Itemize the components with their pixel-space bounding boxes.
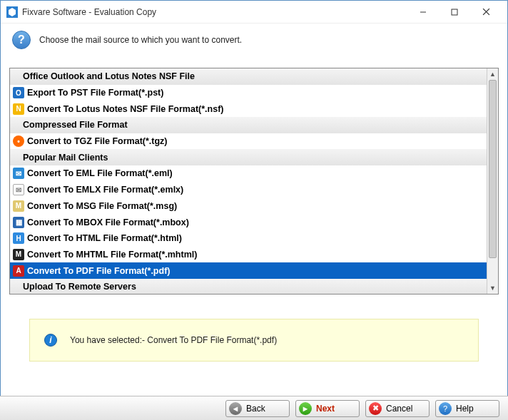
help-label: Help [456,404,474,414]
list-item[interactable]: •Convert to TGZ File Format(*.tgz) [10,133,487,150]
list-item-label: Convert To PDF File Format(*.pdf) [27,266,170,276]
list-item[interactable]: ✉Convert To EMLX File Format(*.emlx) [10,182,487,198]
scrollbar[interactable]: ▲ ▼ [487,68,498,294]
list-item[interactable]: OExport To PST File Format(*.pst) [10,85,487,101]
list-item-selected[interactable]: AConvert To PDF File Format(*.pdf) [10,262,487,279]
section-header-remote-servers: Upload To Remote Servers [10,279,487,294]
emlx-icon: ✉ [13,184,24,195]
maximize-button[interactable] [439,2,470,22]
list-item-label: Convert To HTML File Format(*.html) [27,233,182,243]
app-icon [6,6,18,18]
list-item[interactable]: MConvert To MSG File Format(*.msg) [10,198,487,215]
mhtml-icon: M [13,249,24,260]
list-item-label: Convert To EML File Format(*.eml) [27,168,173,178]
list-item[interactable]: MConvert To MHTML File Format(*.mhtml) [10,247,487,263]
window-title: Fixvare Software - Evaluation Copy [22,7,407,17]
list-item-label: Convert To EMLX File Format(*.emlx) [27,185,183,195]
back-button[interactable]: ◄Back [225,400,290,417]
list-item[interactable]: NConvert To Lotus Notes NSF File Format(… [10,101,487,117]
cancel-button[interactable]: ✖Cancel [365,400,430,417]
list-item[interactable]: ▦Convert To MBOX File Format(*.mbox) [10,214,487,230]
msg-icon: M [13,200,24,212]
eml-icon: ✉ [13,168,24,179]
html-icon: H [13,232,24,244]
list-item-label: Convert to TGZ File Format(*.tgz) [27,136,168,146]
list-item-label: Convert To MHTML File Format(*.mhtml) [27,250,197,260]
help-icon: ? [439,402,452,415]
outlook-icon: O [13,87,24,98]
footer: ◄Back ►Next ✖Cancel ?Help [0,396,508,420]
section-header-compressed: Compressed File Format [10,117,487,133]
list-item-label: Export To PST File Format(*.pst) [27,88,163,98]
list-item-label: Convert To Lotus Notes NSF File Format(*… [27,104,223,114]
info-text: You have selected:- Convert To PDF File … [70,335,277,345]
titlebar: Fixvare Software - Evaluation Copy [1,1,507,24]
scroll-thumb[interactable] [489,80,497,258]
help-button[interactable]: ?Help [435,400,499,417]
minimize-button[interactable] [407,2,439,22]
back-icon: ◄ [229,402,242,415]
section-header-popular-clients: Popular Mail Clients [10,149,487,165]
cancel-label: Cancel [386,404,412,414]
info-icon: i [44,334,57,347]
scroll-up-arrow[interactable]: ▲ [487,68,498,80]
section-header-outlook-notes: Office Outlook and Lotus Notes NSF File [10,68,487,85]
list-item-label: Convert To MSG File Format(*.msg) [27,201,177,211]
list-item[interactable]: ✉Convert To EML File Format(*.eml) [10,165,487,182]
list-item-label: Convert To MBOX File Format(*.mbox) [27,217,189,227]
list-item[interactable]: HConvert To HTML File Format(*.html) [10,230,487,247]
back-label: Back [246,404,265,414]
format-list-panel: Office Outlook and Lotus Notes NSF File … [9,68,499,294]
close-button[interactable] [470,2,502,22]
svg-rect-2 [452,9,457,15]
info-box: i You have selected:- Convert To PDF Fil… [29,319,479,362]
next-icon: ► [299,402,312,415]
tgz-icon: • [13,135,24,147]
mbox-icon: ▦ [13,217,24,228]
header-prompt: Choose the mail source to which you want… [39,35,242,45]
pdf-icon: A [13,265,24,277]
format-list[interactable]: Office Outlook and Lotus Notes NSF File … [10,68,487,294]
next-button[interactable]: ►Next [295,400,360,417]
question-icon: ? [12,31,31,49]
header: ? Choose the mail source to which you wa… [1,24,507,68]
scroll-down-arrow[interactable]: ▼ [487,282,498,294]
next-label: Next [316,404,335,414]
cancel-icon: ✖ [369,402,382,415]
nsf-icon: N [13,103,24,115]
